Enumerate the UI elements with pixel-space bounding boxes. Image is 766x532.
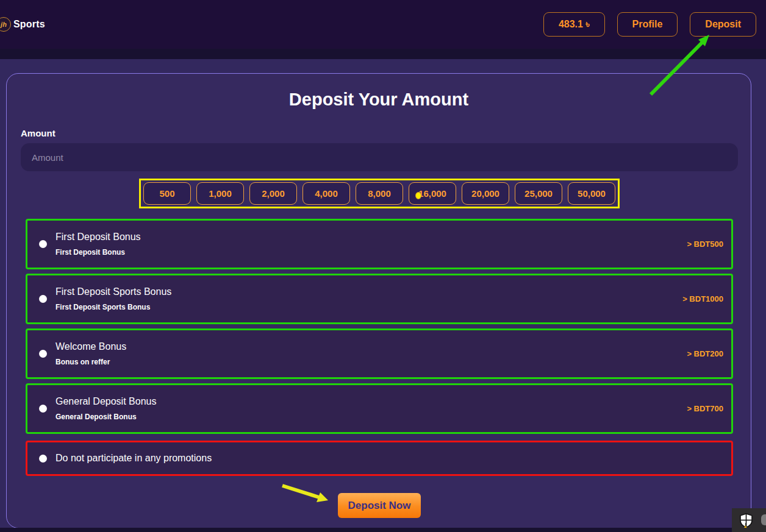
preset-amount-button[interactable]: 4,000 (302, 182, 350, 205)
bonus-texts: Do not participate in any promotions (55, 453, 212, 464)
bonus-title: Welcome Bonus (55, 341, 126, 352)
bonus-subtitle: General Deposit Bonus (55, 413, 156, 421)
top-header: jh Sports 483.1 ৳ Profile Deposit (0, 0, 766, 49)
bonus-radio[interactable] (39, 405, 47, 413)
bonus-texts: First Deposit Sports Bonus First Deposit… (55, 286, 171, 311)
bonus-option-no-promotion[interactable]: Do not participate in any promotions (26, 441, 733, 476)
profile-button[interactable]: Profile (617, 12, 678, 37)
preset-amount-button[interactable]: 25,000 (515, 182, 562, 205)
amount-input[interactable] (21, 143, 738, 171)
bonus-subtitle: Bonus on reffer (55, 358, 126, 366)
deposit-page: jh Sports 483.1 ৳ Profile Deposit Deposi… (0, 0, 766, 532)
os-notification-toast[interactable] (732, 508, 766, 532)
bonus-title: First Deposit Bonus (55, 232, 141, 243)
annotation-presets-highlight-box: 500 1,000 2,000 4,000 8,000 16,000 20,00… (139, 179, 620, 208)
deposit-now-button[interactable]: Deposit Now (338, 493, 421, 518)
bonus-radio[interactable] (39, 350, 47, 358)
security-shield-warning-icon (739, 513, 753, 528)
preset-amount-button[interactable]: 16,000 (409, 182, 456, 205)
partial-cursor-icon (761, 514, 766, 525)
preset-amount-button[interactable]: 500 (143, 182, 191, 205)
preset-amount-button[interactable]: 50,000 (568, 182, 615, 205)
page-title: Deposit Your Amount (7, 90, 751, 110)
header-actions: 483.1 ৳ Profile Deposit (543, 12, 756, 37)
bonus-title: First Deposit Sports Bonus (55, 286, 171, 297)
bonus-threshold: > BDT700 (687, 404, 723, 413)
preset-amount-button[interactable]: 20,000 (462, 182, 509, 205)
brand[interactable]: jh Sports (0, 17, 45, 32)
bonus-title: General Deposit Bonus (55, 396, 156, 407)
bonus-radio[interactable] (39, 240, 47, 248)
preset-amount-button[interactable]: 1,000 (196, 182, 244, 205)
deposit-card: Deposit Your Amount Amount 500 1,000 2,0… (6, 73, 751, 528)
bonus-option-welcome[interactable]: Welcome Bonus Bonus on reffer > BDT200 (26, 328, 733, 379)
bonus-option-first-deposit[interactable]: First Deposit Bonus First Deposit Bonus … (26, 219, 733, 269)
bonus-threshold: > BDT200 (687, 349, 723, 358)
bonus-subtitle: First Deposit Sports Bonus (55, 303, 171, 311)
bonus-threshold: > BDT500 (687, 239, 723, 249)
brand-logo-icon: jh (0, 17, 11, 32)
bonus-option-general-deposit[interactable]: General Deposit Bonus General Deposit Bo… (26, 383, 733, 434)
header-divider-strip (0, 49, 766, 59)
bonus-subtitle: First Deposit Bonus (55, 248, 141, 257)
balance-button[interactable]: 483.1 ৳ (543, 12, 605, 37)
preset-amount-button[interactable]: 2,000 (249, 182, 297, 205)
bonus-option-first-deposit-sports[interactable]: First Deposit Sports Bonus First Deposit… (26, 274, 733, 324)
bonus-threshold: > BDT1000 (682, 294, 723, 303)
bonus-texts: First Deposit Bonus First Deposit Bonus (55, 232, 141, 257)
bonus-texts: General Deposit Bonus General Deposit Bo… (55, 396, 156, 421)
page-bottom-strip (0, 528, 766, 532)
brand-name: Sports (13, 19, 45, 30)
bonus-radio[interactable] (39, 455, 47, 463)
bonus-title: Do not participate in any promotions (55, 453, 212, 464)
amount-label: Amount (21, 128, 55, 138)
deposit-nav-button[interactable]: Deposit (690, 12, 756, 37)
preset-amount-button[interactable]: 8,000 (356, 182, 403, 205)
bonus-radio[interactable] (39, 295, 47, 303)
bonus-texts: Welcome Bonus Bonus on reffer (55, 341, 126, 366)
